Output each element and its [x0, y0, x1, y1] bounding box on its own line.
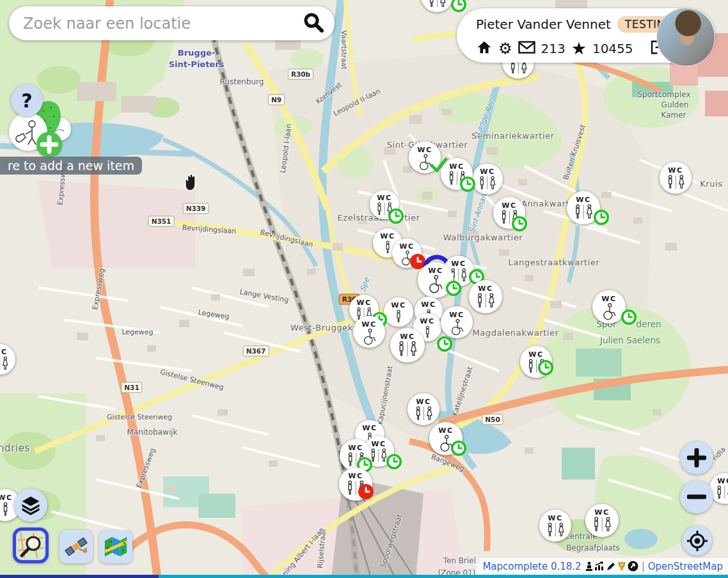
poi-marker-mf[interactable]: WC: [421, 0, 453, 12]
basemap-style-map-button[interactable]: [99, 530, 132, 563]
zoom-out-button[interactable]: [680, 480, 713, 513]
help-button[interactable]: ?: [11, 84, 43, 116]
wc-label: WC: [0, 494, 13, 501]
poi-marker-mf[interactable]: WC: [340, 439, 372, 471]
award-icon: [617, 561, 627, 572]
wc-label: WC: [449, 163, 464, 170]
wc-label: WC: [399, 243, 414, 250]
wc-label: WC: [362, 425, 377, 432]
mapcomplete-version-link[interactable]: Mapcomplete 0.18.2: [482, 561, 581, 572]
wc-label: WC: [380, 233, 395, 240]
wc-label: WC: [502, 202, 516, 209]
poi-layer: WC WC WC WC: [0, 0, 728, 578]
wc-label: WC: [478, 285, 493, 292]
bottom-bar-navy: [0, 575, 159, 578]
add-item-tooltip: re to add a new item: [0, 157, 142, 175]
wc-label: WC: [438, 427, 453, 434]
bottom-bar-cyan: [159, 575, 728, 578]
wc-label: WC: [717, 478, 728, 485]
poi-marker-wheel[interactable]: WC: [441, 306, 473, 338]
wc-label: WC: [348, 444, 363, 451]
clock-green-badge: [436, 336, 454, 353]
clock-green-badge: [450, 0, 468, 13]
add-item-plus-button[interactable]: [36, 132, 62, 157]
poi-marker-mf[interactable]: WC: [520, 346, 552, 378]
poi-marker-wheel[interactable]: WC: [392, 238, 422, 268]
minus-icon: [687, 487, 706, 506]
wc-label: WC: [576, 196, 590, 203]
poi-marker-wheel[interactable]: WC: [409, 141, 441, 173]
wc-label: WC: [451, 260, 466, 267]
share-arrow-icon: [628, 561, 638, 572]
crosshair-icon: [686, 530, 708, 552]
settings-gear-icon[interactable]: ⚙: [498, 41, 512, 56]
poi-marker-mf[interactable]: WC: [567, 191, 600, 224]
poi-marker-wheel[interactable]: WC: [418, 262, 454, 298]
wc-label: WC: [421, 301, 436, 308]
star-icon[interactable]: ★: [571, 40, 587, 58]
messages-count: 213: [541, 41, 566, 56]
wc-label: WC: [528, 351, 543, 358]
wc-label: WC: [356, 299, 371, 306]
wc-label: WC: [416, 398, 431, 405]
poi-marker-mf[interactable]: WC: [469, 280, 502, 313]
wc-label: WC: [428, 267, 443, 274]
hand-cursor-icon: [181, 173, 200, 196]
wc-label: WC: [594, 509, 609, 516]
poi-marker-mf[interactable]: WC: [472, 164, 503, 194]
poi-marker-mf[interactable]: WC: [408, 393, 439, 425]
wc-label: WC: [400, 333, 415, 340]
openstreetmap-link[interactable]: OpenStreetMap: [648, 561, 723, 572]
map-stage: Brugge-Sint-PietersRustenburgVaartstraat…: [0, 0, 728, 578]
clock-green-badge: [621, 309, 638, 326]
layers-button[interactable]: [14, 488, 47, 522]
poi-marker-mf[interactable]: WC: [660, 162, 692, 194]
avatar[interactable]: [656, 8, 715, 66]
user-name: Pieter Vander Vennet: [476, 17, 611, 32]
poi-marker-wheel[interactable]: WC: [429, 422, 463, 455]
messages-icon[interactable]: [518, 41, 535, 56]
wc-label: WC: [601, 295, 616, 302]
poi-marker-mf[interactable]: WC: [493, 197, 525, 229]
search-icon[interactable]: [303, 12, 324, 36]
zoom-in-button[interactable]: [680, 441, 713, 474]
wc-label: WC: [480, 168, 495, 175]
search-bar: [9, 6, 335, 40]
pencil-icon: [606, 561, 616, 572]
poi-marker-wheel[interactable]: WC: [592, 290, 626, 324]
statue-icon: [585, 561, 594, 572]
poi-marker-male[interactable]: WC: [384, 297, 413, 327]
attribution-bar: Mapcomplete 0.18.2 | OpenStreetMap: [476, 558, 728, 574]
wc-label: WC: [548, 515, 562, 522]
attribution-icons: [585, 561, 638, 572]
poi-marker-mf[interactable]: WC: [0, 344, 15, 375]
wc-label: WC: [668, 167, 683, 174]
poi-marker-mf[interactable]: WC: [339, 467, 372, 501]
search-input[interactable]: [22, 14, 303, 33]
wc-label: WC: [0, 348, 8, 355]
poi-marker-mf[interactable]: WC: [539, 510, 571, 542]
stats-chart-icon: [594, 561, 605, 572]
poi-marker-mf[interactable]: WC: [585, 504, 619, 537]
plus-icon: [687, 448, 706, 467]
wc-label: WC: [348, 473, 363, 480]
poi-marker-mf[interactable]: WC: [441, 158, 473, 190]
basemap-style-osm-button[interactable]: [13, 527, 49, 563]
wc-label: WC: [377, 194, 392, 201]
poi-marker-mf[interactable]: WC: [390, 328, 425, 363]
wc-label: WC: [361, 321, 376, 328]
wc-label: WC: [420, 318, 434, 325]
basemap-style-satellite-button[interactable]: [59, 530, 93, 563]
home-icon[interactable]: [476, 39, 493, 58]
poi-marker-wheel[interactable]: WC: [353, 316, 385, 348]
tooltip-text: re to add a new item: [8, 159, 134, 173]
attribution-separator: |: [642, 561, 645, 572]
wc-label: WC: [417, 146, 432, 153]
wc-label: WC: [449, 311, 464, 318]
wc-label: WC: [371, 441, 386, 448]
poi-marker-mf[interactable]: WC: [370, 190, 399, 219]
wc-label: WC: [391, 302, 406, 309]
geolocate-button[interactable]: [682, 526, 712, 556]
changeset-count: 10455: [592, 41, 633, 56]
